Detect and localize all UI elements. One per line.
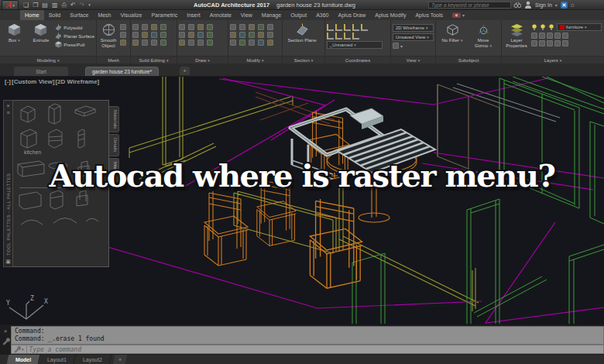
palette-item[interactable] <box>86 218 98 221</box>
olive-frame-lines[interactable] <box>129 77 479 311</box>
tab-annotate[interactable]: Annotate <box>205 10 236 20</box>
layer-tool-icon[interactable] <box>539 40 545 46</box>
tool-icon[interactable] <box>142 24 148 30</box>
save-icon[interactable]: ▤ <box>42 0 48 10</box>
layer-on-icon[interactable] <box>531 23 538 31</box>
tab-output[interactable]: Output <box>286 10 311 20</box>
file-tab-drawing[interactable]: garden house 23 furniture* <box>85 67 159 76</box>
ucs-tool-icon[interactable] <box>352 24 359 31</box>
tool-icon[interactable] <box>120 32 126 38</box>
panel-label-modeling[interactable]: Modeling <box>0 56 96 64</box>
panel-label-mesh[interactable]: Mesh <box>97 56 130 64</box>
layer-properties-button[interactable]: Layer Properties <box>503 22 530 55</box>
layer-tool-icon[interactable] <box>531 40 537 46</box>
ucs-tool-icon[interactable] <box>344 24 351 31</box>
polysolid-button[interactable]: Polysolid <box>55 24 94 31</box>
tool-icon[interactable] <box>267 32 273 38</box>
ucs-tool-icon[interactable] <box>327 24 334 31</box>
palette-properties-icon[interactable]: ▣ <box>5 258 11 265</box>
ucs-tool-icon[interactable] <box>344 33 351 39</box>
viewport-minimize-control[interactable]: [-] <box>5 78 11 85</box>
viewport-style-control[interactable]: [2D Wireframe] <box>55 78 99 85</box>
tab-parametric[interactable]: Parametric <box>146 10 182 20</box>
palette-item[interactable] <box>21 220 43 225</box>
ucs-icon[interactable]: Y Z X <box>6 295 48 319</box>
tab-aplus-tools[interactable]: Aplus Tools <box>410 10 448 20</box>
palette-item[interactable] <box>49 104 60 124</box>
new-drawing-button[interactable]: + <box>180 67 190 75</box>
layer-tool-icon[interactable] <box>562 40 568 46</box>
viewport-view-control[interactable]: [Custom View] <box>12 78 54 85</box>
help-icon[interactable]: ⌂ <box>571 2 575 9</box>
tool-icon[interactable] <box>160 39 166 46</box>
layer-tool-icon[interactable] <box>531 33 537 39</box>
box-button[interactable]: Box <box>2 22 27 55</box>
palette-item[interactable] <box>21 129 36 148</box>
save-as-icon[interactable]: ▥ <box>52 0 58 10</box>
search-input[interactable] <box>428 2 511 9</box>
no-filter-button[interactable]: No Filter <box>438 22 467 55</box>
tab-home[interactable]: Home <box>20 10 44 20</box>
palette-item[interactable] <box>78 129 84 148</box>
tab-layout1[interactable]: Layout1 <box>39 355 76 364</box>
layer-tool-icon[interactable] <box>547 33 553 39</box>
tool-icon[interactable] <box>179 39 185 46</box>
tool-icon[interactable] <box>239 39 245 46</box>
close-icon[interactable]: × <box>4 328 8 335</box>
tool-icon[interactable] <box>239 24 245 30</box>
command-input[interactable] <box>29 346 602 353</box>
new-file-icon[interactable]: ❏ <box>23 0 29 10</box>
drawing-canvas[interactable]: Y Z X [-][Custom View][2D Wireframe] × ≡… <box>0 77 604 325</box>
tab-insert[interactable]: Insert <box>182 10 205 20</box>
qat-dropdown-icon[interactable]: ▾ <box>88 0 91 10</box>
exchange-apps-icon[interactable]: ✕ <box>561 2 568 9</box>
layer-tool-icon[interactable] <box>562 33 568 39</box>
move-gizmo-button[interactable]: Move Gizmo <box>468 22 498 55</box>
layer-dropdown[interactable]: furniture <box>557 23 602 31</box>
named-view-dropdown[interactable]: Unsaved View <box>393 33 434 41</box>
palette-item[interactable] <box>75 106 95 116</box>
panel-label-subobject[interactable]: Subobject <box>436 56 501 64</box>
tool-icon[interactable] <box>197 24 204 30</box>
tool-icon[interactable] <box>239 32 245 38</box>
panel-label-solid-editing[interactable]: Solid Editing <box>131 56 177 64</box>
tool-icon[interactable] <box>120 39 126 46</box>
user-icon[interactable] <box>524 2 532 9</box>
ucs-tool-icon[interactable] <box>352 33 359 39</box>
tool-icon[interactable] <box>207 39 213 46</box>
extrude-button[interactable]: Extrude <box>29 22 54 55</box>
tool-icon[interactable] <box>249 32 255 38</box>
tool-icon[interactable] <box>230 39 236 46</box>
tab-visualize[interactable]: Visualize <box>116 10 147 20</box>
layer-freeze-icon[interactable] <box>540 23 547 31</box>
ucs-tool-icon[interactable] <box>327 33 334 39</box>
tab-a360[interactable]: A360 <box>311 10 333 20</box>
tool-icon[interactable] <box>267 39 273 46</box>
tool-icon[interactable] <box>188 39 194 46</box>
redo-icon[interactable]: ↷ <box>80 0 85 10</box>
tool-icon[interactable] <box>132 32 139 38</box>
command-customize-button[interactable]: ▾ <box>13 345 27 353</box>
ucs-tool-icon[interactable] <box>361 24 368 31</box>
open-file-icon[interactable]: ❒ <box>33 0 38 10</box>
ucs-tool-icon[interactable] <box>335 33 342 39</box>
print-icon[interactable]: ⎙ <box>61 0 66 10</box>
smooth-object-button[interactable]: Smooth Object <box>98 22 118 55</box>
tool-icon[interactable] <box>179 32 185 38</box>
green-frame-lines[interactable] <box>352 77 604 324</box>
press-pull-button[interactable]: Press/Pull <box>55 41 94 48</box>
panel-label-layers[interactable]: Layers <box>502 56 604 64</box>
tool-icon[interactable] <box>151 39 157 46</box>
tool-icon[interactable] <box>142 32 148 38</box>
tool-icon[interactable] <box>258 32 264 38</box>
palette-tab-details[interactable]: Details <box>109 134 119 156</box>
panel-label-coordinates[interactable]: Coordinates <box>325 56 390 64</box>
tab-surface[interactable]: Surface <box>65 10 93 20</box>
tool-icon[interactable] <box>160 32 166 38</box>
new-layout-button[interactable]: + <box>113 355 128 364</box>
tab-manage[interactable]: Manage <box>257 10 286 20</box>
tool-icon[interactable] <box>179 24 185 30</box>
section-plane-button[interactable]: Section Plane <box>284 22 320 55</box>
tab-aplus-draw[interactable]: Aplus Draw <box>334 10 371 20</box>
chair-wire[interactable] <box>204 191 248 266</box>
